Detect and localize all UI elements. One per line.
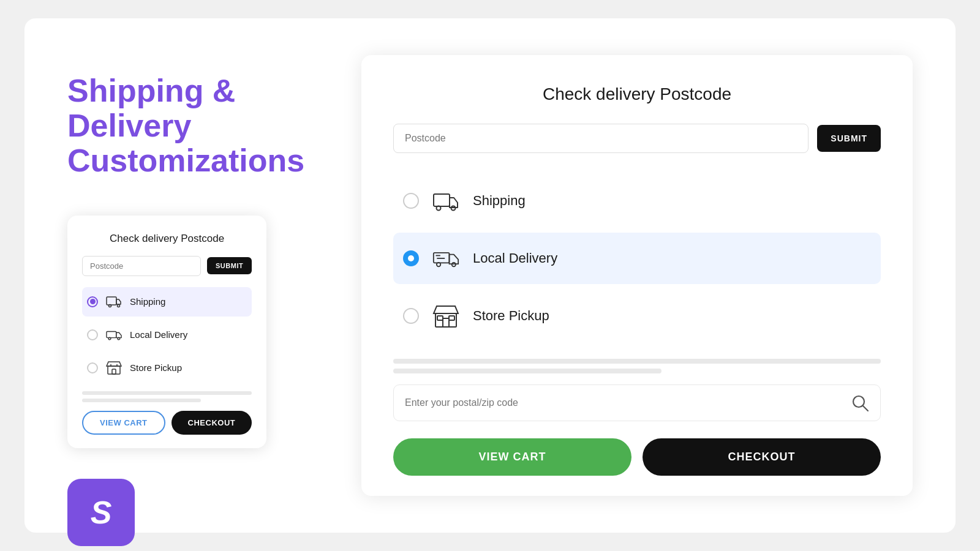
small-option-store-pickup[interactable]: Store Pickup [82,353,252,383]
app-icon: S [67,479,135,546]
svg-rect-10 [434,194,450,206]
small-label-local-delivery: Local Delivery [130,329,187,340]
main-card: Shipping & Delivery Customizations Check… [24,18,956,533]
large-radio-inner-local-delivery [408,255,414,261]
large-option-local-delivery[interactable]: Local Delivery [393,233,881,284]
shipping-icon [105,293,123,310]
large-divider-lines [393,359,881,373]
large-mockup-title: Check delivery Postcode [393,84,881,104]
small-mockup-title: Check delivery Postcode [82,233,252,245]
small-mockup-card: Check delivery Postcode SUBMIT [67,216,266,448]
large-label-shipping: Shipping [473,193,526,209]
svg-rect-3 [107,331,116,337]
small-view-cart-button[interactable]: VIEW CART [82,411,165,435]
large-view-cart-button[interactable]: VIEW CART [393,438,631,476]
svg-line-23 [863,406,868,411]
large-radio-shipping [403,193,419,209]
large-search-input[interactable] [405,397,851,408]
store-pickup-icon [105,359,123,377]
small-option-shipping[interactable]: Shipping [82,287,252,317]
svg-rect-6 [108,366,120,374]
small-label-shipping: Shipping [130,296,165,307]
svg-point-4 [108,337,111,340]
small-divider-2 [82,399,201,402]
large-shipping-icon [432,187,459,214]
large-divider-1 [393,359,881,364]
small-radio-store-pickup [87,362,98,373]
large-radio-store-pickup [403,308,419,324]
large-submit-button[interactable]: SUBMIT [817,125,881,152]
local-delivery-icon [105,326,123,343]
svg-point-2 [118,304,120,307]
small-submit-button[interactable]: SUBMIT [207,257,252,274]
large-mockup-card: Check delivery Postcode SUBMIT Shipping [361,55,913,496]
large-label-store-pickup: Store Pickup [473,308,549,324]
small-label-store-pickup: Store Pickup [130,362,182,373]
large-checkout-button[interactable]: CHECKOUT [643,438,881,476]
small-divider-lines [82,391,252,402]
large-radio-local-delivery [403,250,419,266]
small-divider-1 [82,391,252,395]
large-option-shipping[interactable]: Shipping [393,175,881,227]
svg-rect-21 [449,316,454,320]
large-postcode-row: SUBMIT [393,124,881,153]
svg-rect-7 [112,369,116,374]
search-icon [851,394,869,412]
large-label-local-delivery: Local Delivery [473,250,557,266]
small-option-local-delivery[interactable]: Local Delivery [82,320,252,350]
small-checkout-button[interactable]: CHECKOUT [172,411,252,435]
large-option-store-pickup[interactable]: Store Pickup [393,290,881,342]
large-divider-2 [393,369,662,373]
large-button-row: VIEW CART CHECKOUT [393,438,881,476]
svg-rect-20 [437,316,443,320]
svg-rect-19 [443,318,449,327]
small-postcode-row: SUBMIT [82,256,252,276]
app-icon-letter: S [91,494,112,531]
large-postcode-input[interactable] [393,124,809,153]
svg-rect-0 [107,297,116,305]
large-store-pickup-icon [432,302,459,329]
small-radio-inner-shipping [90,299,96,304]
large-search-row [393,384,881,421]
left-section: Shipping & Delivery Customizations Check… [67,55,325,546]
small-radio-local-delivery [87,329,98,340]
svg-point-5 [118,337,120,340]
svg-point-1 [109,304,111,307]
small-button-row: VIEW CART CHECKOUT [82,411,252,435]
large-local-delivery-icon [432,245,459,272]
small-postcode-input[interactable] [82,256,201,276]
main-title: Shipping & Delivery Customizations [67,73,325,179]
small-radio-shipping [87,296,98,307]
